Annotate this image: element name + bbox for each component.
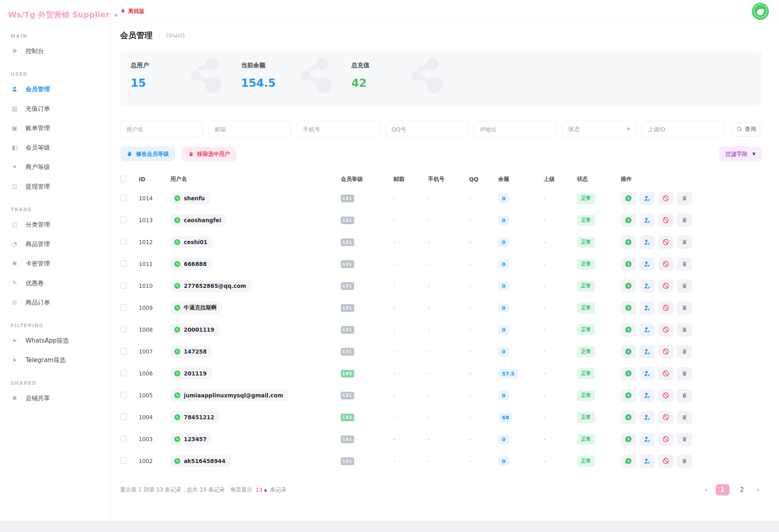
ban-user-button[interactable] — [658, 455, 674, 468]
sidebar-item-coupons[interactable]: ✎优惠卷 — [0, 273, 110, 293]
username-pill[interactable]: 20001119 — [170, 324, 219, 336]
select-all-checkbox[interactable] — [120, 176, 127, 182]
username-pill[interactable]: 123457 — [170, 433, 212, 445]
row-checkbox[interactable] — [120, 282, 127, 289]
filter-fields-button[interactable]: 过滤字段 ▼ — [719, 146, 762, 161]
edit-user-button[interactable] — [639, 433, 655, 446]
sidebar-item-members[interactable]: 会员管理 — [0, 79, 110, 99]
user-avatar[interactable] — [751, 2, 769, 20]
ban-user-button[interactable] — [658, 367, 674, 380]
recharge-button[interactable]: $ — [621, 323, 636, 337]
next-page-arrow[interactable]: › — [755, 486, 762, 494]
edit-user-button[interactable] — [639, 214, 655, 227]
edit-user-button[interactable] — [639, 455, 655, 468]
filter-input[interactable] — [474, 121, 557, 137]
username-pill[interactable]: jumiaapplinuxmysql@gmail.com — [170, 389, 288, 401]
row-checkbox[interactable] — [120, 217, 127, 223]
delete-user-button[interactable] — [677, 257, 692, 271]
delete-user-button[interactable] — [677, 367, 692, 380]
username-pill[interactable]: shenfu — [170, 192, 210, 204]
sidebar-item-telegram-filter[interactable]: ➤Telegram筛选 — [0, 350, 110, 370]
recharge-button[interactable]: $ — [621, 455, 636, 468]
ban-user-button[interactable] — [658, 301, 674, 315]
username-pill[interactable]: ak516458944 — [170, 455, 231, 467]
recharge-button[interactable]: $ — [621, 367, 636, 380]
row-checkbox[interactable] — [120, 195, 127, 201]
recharge-button[interactable]: $ — [621, 192, 636, 205]
username-pill[interactable]: 牛逼克拉斯啊 — [170, 301, 222, 314]
filter-input[interactable] — [385, 121, 468, 137]
username-pill[interactable]: 666888 — [170, 258, 212, 270]
delete-user-button[interactable] — [677, 236, 692, 249]
row-checkbox[interactable] — [120, 326, 127, 332]
edit-user-button[interactable] — [639, 411, 655, 424]
ban-user-button[interactable] — [658, 279, 674, 293]
remove-selected-button[interactable]: 移除选中用户 — [182, 146, 237, 161]
delete-user-button[interactable] — [677, 279, 692, 293]
row-checkbox[interactable] — [120, 370, 127, 376]
sidebar-item-member-level[interactable]: ◧会员等级 — [0, 138, 110, 157]
filter-input[interactable] — [297, 121, 380, 137]
sidebar-item-withdrawal[interactable]: ⊡提现管理 — [0, 177, 110, 196]
recharge-button[interactable]: $ — [621, 236, 636, 249]
edit-user-button[interactable] — [639, 279, 655, 293]
row-checkbox[interactable] — [120, 435, 127, 442]
sidebar-item-shop-share[interactable]: ✖店铺共享 — [0, 388, 110, 408]
delete-user-button[interactable] — [677, 433, 692, 446]
sidebar-item-category[interactable]: ◫分类管理 — [0, 215, 110, 234]
page-button-1[interactable]: 1 — [716, 484, 730, 496]
sidebar-item-whatsapp-filter[interactable]: ➤WhatsApp筛选 — [0, 331, 110, 350]
recharge-button[interactable]: $ — [621, 345, 636, 358]
delete-user-button[interactable] — [677, 323, 692, 337]
per-page-value[interactable]: 13 — [256, 487, 263, 493]
ban-user-button[interactable] — [658, 411, 674, 424]
sidebar-item-billing[interactable]: ▣账单管理 — [0, 118, 110, 138]
delete-user-button[interactable] — [677, 411, 692, 424]
delete-user-button[interactable] — [677, 345, 692, 358]
delete-user-button[interactable] — [677, 301, 692, 315]
recharge-button[interactable]: $ — [621, 411, 636, 424]
ban-user-button[interactable] — [658, 257, 674, 271]
row-checkbox[interactable] — [120, 304, 127, 311]
username-pill[interactable]: 78451212 — [170, 411, 219, 423]
row-checkbox[interactable] — [120, 260, 127, 267]
parent-id-input[interactable] — [642, 121, 725, 137]
sidebar-item-product-orders[interactable]: ⊘商品订单 — [0, 293, 110, 312]
recharge-button[interactable]: $ — [621, 279, 636, 293]
caret-up-icon[interactable]: ▲ — [264, 488, 267, 492]
recharge-button[interactable]: $ — [621, 301, 636, 315]
row-checkbox[interactable] — [120, 238, 127, 245]
row-checkbox[interactable] — [120, 348, 127, 354]
status-select[interactable]: 状态 ▼ — [562, 121, 636, 137]
recharge-button[interactable]: $ — [621, 433, 636, 446]
sidebar-item-dashboard[interactable]: ❖控制台 — [0, 41, 110, 61]
page-button-2[interactable]: 2 — [735, 484, 749, 496]
ban-user-button[interactable] — [658, 389, 674, 402]
ban-user-button[interactable] — [658, 345, 674, 358]
delete-user-button[interactable] — [677, 192, 692, 205]
edit-user-button[interactable] — [639, 301, 655, 315]
delete-user-button[interactable] — [677, 389, 692, 402]
delete-user-button[interactable] — [677, 455, 692, 468]
row-checkbox[interactable] — [120, 392, 127, 398]
ban-user-button[interactable] — [658, 192, 674, 205]
sidebar-item-merchant-level[interactable]: ✦商户等级 — [0, 157, 110, 177]
search-button[interactable]: 查询 — [730, 122, 762, 137]
username-pill[interactable]: 277652865@qq.com — [170, 280, 252, 292]
sidebar-item-card-keys[interactable]: ✱卡密管理 — [0, 254, 110, 273]
sidebar-item-recharge-orders[interactable]: ▥充值订单 — [0, 99, 110, 118]
row-checkbox[interactable] — [120, 457, 127, 464]
ban-user-button[interactable] — [658, 214, 674, 227]
ban-user-button[interactable] — [658, 236, 674, 249]
edit-user-button[interactable] — [639, 345, 655, 358]
ban-user-button[interactable] — [658, 323, 674, 337]
prev-page-arrow[interactable]: ‹ — [702, 486, 710, 494]
edit-user-button[interactable] — [639, 389, 655, 402]
edit-user-button[interactable] — [639, 257, 655, 271]
username-pill[interactable]: caoshangfei — [170, 214, 226, 226]
filter-input[interactable] — [120, 121, 203, 137]
username-pill[interactable]: ceshi01 — [170, 236, 213, 248]
recharge-button[interactable]: $ — [621, 214, 636, 227]
sidebar-item-products[interactable]: ◔商品管理 — [0, 234, 110, 254]
edit-user-button[interactable] — [639, 236, 655, 249]
